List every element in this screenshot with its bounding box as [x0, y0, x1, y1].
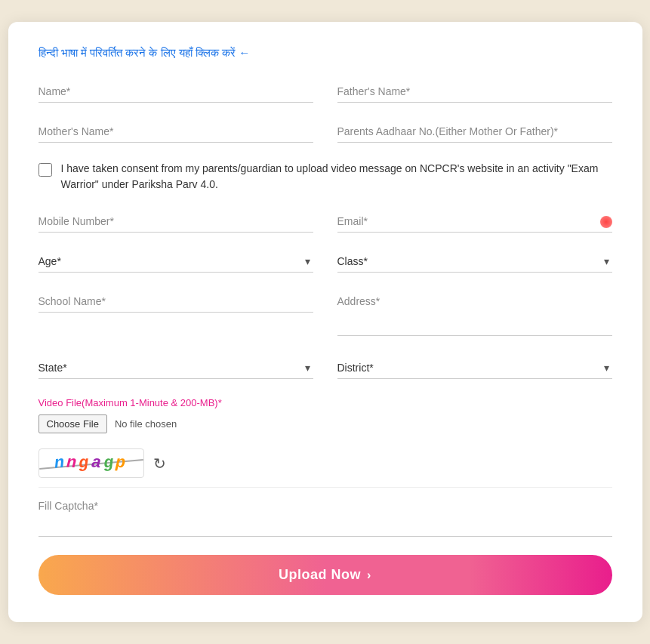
name-group: Name*	[39, 81, 313, 103]
file-input-row: Choose File No file chosen	[39, 414, 612, 433]
consent-text: I have taken consent from my parents/gua…	[61, 161, 612, 193]
row-age-class: Age* 10 11 12 13 14 15 16 17 18 Class* 6…	[39, 251, 612, 273]
parents-aadhaar-group: Parents Aadhaar No.(Either Mother Or Fat…	[337, 121, 612, 143]
captcha-chars: nngagp	[54, 454, 128, 473]
consent-checkbox[interactable]	[39, 163, 52, 177]
fill-captcha-label: Fill Captcha*	[39, 500, 612, 512]
captcha-char-5: g	[103, 453, 116, 473]
captcha-char-1: n	[54, 453, 67, 473]
video-file-label: Video File(Maximum 1-Minute & 200-MB)*	[39, 397, 612, 408]
upload-now-button[interactable]: Upload Now ›	[39, 555, 612, 595]
captcha-char-6: p	[115, 454, 128, 473]
video-file-section: Video File(Maximum 1-Minute & 200-MB)* C…	[39, 397, 612, 433]
captcha-char-3: g	[79, 454, 91, 473]
fathers-name-input[interactable]	[337, 81, 612, 103]
address-textarea[interactable]	[337, 291, 612, 336]
hindi-language-link[interactable]: हिन्दी भाषा में परिवर्तित करने के लिए यह…	[39, 46, 612, 60]
row-contact: Mobile Number* Email*	[39, 211, 612, 233]
captcha-char-2: n	[66, 454, 79, 473]
no-file-text: No file chosen	[115, 418, 177, 430]
school-name-input[interactable]	[39, 291, 313, 313]
row-name: Name* Father's Name*	[39, 81, 612, 103]
email-input[interactable]	[337, 211, 612, 233]
captcha-image: nngagp	[39, 448, 144, 478]
registration-form: हिन्दी भाषा में परिवर्तित करने के लिए यह…	[8, 22, 642, 622]
row-mothers-name: Mother's Name* Parents Aadhaar No.(Eithe…	[39, 121, 612, 143]
upload-btn-arrow: ›	[367, 569, 371, 582]
captcha-refresh-button[interactable]: ↻	[153, 454, 166, 473]
fill-captcha-group: Fill Captcha*	[39, 500, 612, 537]
row-school-address: School Name* Address*	[39, 291, 612, 339]
email-group: Email*	[337, 211, 612, 233]
parents-aadhaar-input[interactable]	[337, 121, 612, 143]
captcha-row: nngagp ↻	[39, 448, 612, 478]
district-group: District*	[337, 357, 612, 379]
mothers-name-group: Mother's Name*	[39, 121, 313, 143]
class-select[interactable]: Class* 6 7 8 9 10 11 12	[337, 251, 612, 273]
upload-btn-label: Upload Now	[279, 567, 361, 583]
address-group: Address*	[337, 291, 612, 339]
mobile-group: Mobile Number*	[39, 211, 313, 233]
name-input[interactable]	[39, 81, 313, 103]
consent-row: I have taken consent from my parents/gua…	[39, 161, 612, 193]
divider	[39, 487, 612, 488]
district-select[interactable]: District*	[337, 357, 612, 379]
captcha-input[interactable]	[39, 515, 612, 537]
captcha-char-4: a	[90, 453, 103, 473]
school-name-group: School Name*	[39, 291, 313, 339]
choose-file-button[interactable]: Choose File	[39, 414, 107, 433]
age-select[interactable]: Age* 10 11 12 13 14 15 16 17 18	[39, 251, 313, 273]
state-select[interactable]: State*	[39, 357, 313, 379]
class-group: Class* 6 7 8 9 10 11 12	[337, 251, 612, 273]
state-group: State*	[39, 357, 313, 379]
mobile-input[interactable]	[39, 211, 313, 233]
mothers-name-input[interactable]	[39, 121, 313, 143]
age-group: Age* 10 11 12 13 14 15 16 17 18	[39, 251, 313, 273]
row-state-district: State* District*	[39, 357, 612, 379]
fathers-name-group: Father's Name*	[337, 81, 612, 103]
